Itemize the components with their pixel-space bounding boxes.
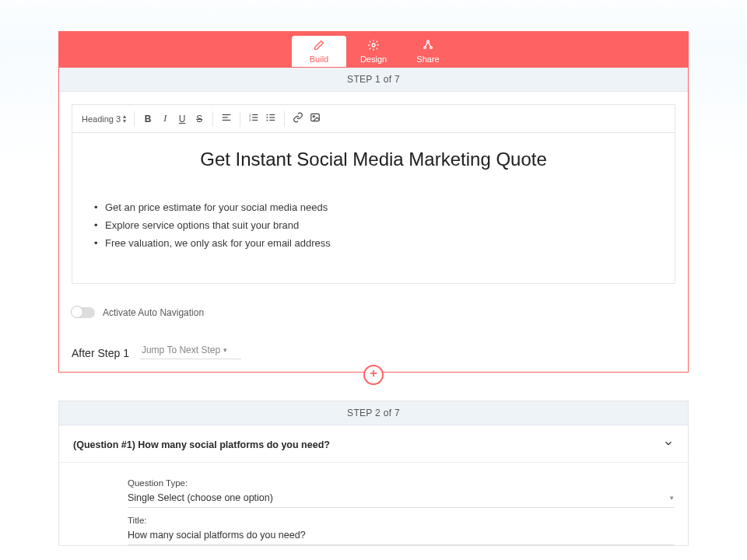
format-select-label: Heading 3 bbox=[82, 114, 121, 124]
add-step-button[interactable] bbox=[363, 365, 384, 385]
tab-build-label: Build bbox=[310, 54, 328, 64]
rich-text-editor: Heading 3 ▴▾ B I U S 123 bbox=[72, 104, 675, 284]
list-item: Free valuation, we only ask for your ema… bbox=[94, 234, 653, 252]
caret-down-icon: ▾ bbox=[670, 494, 674, 502]
link-button[interactable] bbox=[289, 110, 307, 128]
title-label: Title: bbox=[128, 516, 674, 525]
svg-point-17 bbox=[267, 117, 268, 118]
auto-nav-toggle[interactable] bbox=[72, 307, 95, 318]
svg-point-3 bbox=[430, 47, 433, 49]
bold-button[interactable]: B bbox=[139, 110, 156, 128]
title-value: How many social platforms do you need? bbox=[128, 530, 306, 541]
auto-nav-row: Activate Auto Navigation bbox=[59, 296, 688, 323]
add-step-wrap bbox=[58, 373, 689, 399]
edit-icon bbox=[313, 39, 325, 53]
step1-card: STEP 1 of 7 Heading 3 ▴▾ B I U S bbox=[58, 67, 689, 373]
underline-button[interactable]: U bbox=[174, 110, 191, 128]
format-select[interactable]: Heading 3 ▴▾ bbox=[79, 112, 129, 126]
svg-text:3: 3 bbox=[249, 119, 251, 122]
link-icon bbox=[293, 112, 303, 125]
tab-design-label: Design bbox=[360, 54, 387, 64]
separator bbox=[212, 111, 213, 127]
editor-toolbar: Heading 3 ▴▾ B I U S 123 bbox=[72, 105, 675, 133]
svg-point-1 bbox=[427, 40, 430, 43]
svg-point-2 bbox=[424, 47, 426, 49]
jump-dropdown-label: Jump To Next Step bbox=[142, 345, 220, 355]
step1-header: STEP 1 of 7 bbox=[59, 68, 688, 92]
svg-point-16 bbox=[267, 114, 268, 116]
qtype-select[interactable]: Single Select (choose one option) ▾ bbox=[128, 489, 674, 508]
qtype-label: Question Type: bbox=[128, 478, 674, 488]
share-icon bbox=[422, 39, 434, 53]
content-title: Get Instant Social Media Marketing Quote bbox=[94, 149, 653, 170]
tab-share-label: Share bbox=[416, 54, 439, 64]
image-icon bbox=[310, 112, 321, 125]
svg-rect-19 bbox=[311, 114, 320, 121]
step2-header: STEP 2 of 7 bbox=[59, 401, 688, 425]
svg-point-18 bbox=[267, 120, 268, 121]
after-step-label: After Step 1 bbox=[72, 347, 129, 359]
chevron-down-icon bbox=[663, 438, 674, 451]
svg-point-20 bbox=[313, 116, 314, 117]
plus-icon bbox=[368, 368, 379, 382]
caret-down-icon: ▾ bbox=[223, 346, 227, 354]
svg-point-0 bbox=[372, 44, 375, 47]
separator bbox=[240, 111, 240, 127]
strike-button[interactable]: S bbox=[191, 110, 208, 128]
separator bbox=[284, 111, 285, 127]
gear-icon bbox=[367, 39, 380, 53]
question-body: Question Type: Single Select (choose one… bbox=[59, 463, 688, 545]
bullet-list-button[interactable] bbox=[262, 110, 279, 128]
image-button[interactable] bbox=[307, 110, 324, 128]
italic-button[interactable]: I bbox=[156, 110, 174, 128]
list-item: Get an price estimate for your social me… bbox=[94, 198, 653, 216]
align-left-icon bbox=[221, 112, 232, 125]
top-tabs: Build Design Share bbox=[58, 31, 689, 67]
list-item: Explore service options that suit your b… bbox=[94, 216, 653, 234]
qtype-value: Single Select (choose one option) bbox=[128, 492, 273, 503]
editor-content[interactable]: Get Instant Social Media Marketing Quote… bbox=[72, 133, 675, 283]
tab-build[interactable]: Build bbox=[292, 36, 346, 67]
question-header-text: (Question #1) How many social platforms … bbox=[73, 439, 330, 450]
ordered-list-button[interactable]: 123 bbox=[245, 110, 262, 128]
align-button[interactable] bbox=[218, 110, 235, 128]
step2-card: STEP 2 of 7 (Question #1) How many socia… bbox=[58, 401, 689, 546]
auto-nav-label: Activate Auto Navigation bbox=[103, 307, 204, 318]
tab-share[interactable]: Share bbox=[401, 36, 455, 67]
question-header[interactable]: (Question #1) How many social platforms … bbox=[59, 425, 688, 463]
jump-dropdown[interactable]: Jump To Next Step ▾ bbox=[140, 341, 241, 359]
title-input[interactable]: How many social platforms do you need? bbox=[128, 527, 674, 545]
bullet-list-icon bbox=[265, 112, 276, 125]
content-bullets: Get an price estimate for your social me… bbox=[94, 198, 653, 252]
ordered-list-icon: 123 bbox=[248, 112, 259, 125]
tab-design[interactable]: Design bbox=[346, 36, 401, 67]
separator bbox=[134, 111, 135, 127]
caret-updown-icon: ▴▾ bbox=[123, 114, 126, 124]
